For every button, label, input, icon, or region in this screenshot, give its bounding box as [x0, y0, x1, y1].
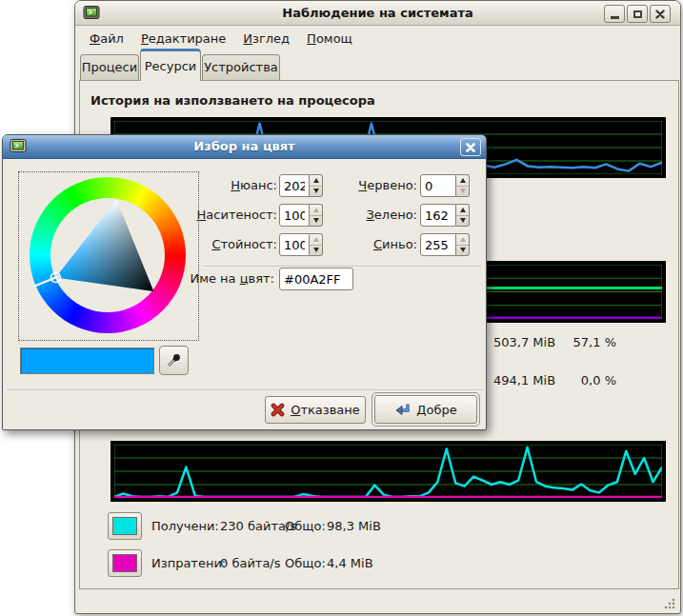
- menu-edit[interactable]: Редактиране: [133, 29, 233, 49]
- spin-down-icon[interactable]: [456, 245, 469, 256]
- spin-down-icon[interactable]: [310, 186, 322, 197]
- ok-enter-arrow-icon: [394, 402, 411, 417]
- ok-button-frame: Добре: [372, 392, 480, 427]
- dialog-close-button[interactable]: [460, 138, 481, 156]
- spin-down-icon[interactable]: [456, 186, 469, 197]
- sent-total: 4,4 MiB: [327, 556, 373, 570]
- green-input[interactable]: [420, 204, 456, 227]
- spin-down-icon[interactable]: [310, 245, 322, 256]
- ok-button[interactable]: Добре: [374, 395, 477, 424]
- sent-label: Изпратени:: [151, 556, 226, 570]
- menu-file[interactable]: Файл: [82, 29, 131, 49]
- spin-up-icon[interactable]: [456, 234, 469, 245]
- close-button[interactable]: [650, 5, 671, 23]
- spin-up-icon[interactable]: [456, 175, 469, 186]
- sent-color-swatch: [112, 554, 137, 572]
- eyedropper-button[interactable]: [159, 346, 189, 375]
- value-input[interactable]: [279, 233, 310, 256]
- spin-down-icon[interactable]: [456, 215, 469, 227]
- received-label: Получени:: [151, 519, 219, 533]
- memory-percent-value: 57,1 %: [540, 335, 616, 349]
- close-icon: [466, 143, 475, 152]
- saturation-value-triangle[interactable]: [19, 172, 198, 340]
- blue-spinner[interactable]: [456, 233, 470, 256]
- blue-label: Синьо:: [331, 233, 417, 256]
- resize-grip[interactable]: [663, 597, 675, 609]
- saturation-input[interactable]: [279, 204, 310, 227]
- sent-rate: 0 байта/s: [220, 556, 281, 570]
- tab-devices[interactable]: Устройства: [202, 54, 280, 80]
- color-preview-swatch: [20, 348, 154, 374]
- minimize-button[interactable]: [604, 5, 625, 23]
- value-spinner[interactable]: [310, 233, 323, 256]
- saturation-label: Наситеност:: [146, 204, 277, 227]
- hue-spinner[interactable]: [310, 174, 323, 197]
- hue-input[interactable]: [279, 174, 310, 197]
- cpu-section-title: История на използването на процесора: [90, 93, 375, 108]
- hue-marker[interactable]: [34, 276, 59, 287]
- eyedropper-icon: [166, 352, 182, 368]
- tab-resources[interactable]: Ресурси: [140, 49, 201, 81]
- desktop: { "colors": { "selected_color": "#00A2FF…: [0, 0, 683, 616]
- color-picker-dialog: Избор на цвят: [2, 134, 487, 430]
- blue-input[interactable]: [420, 233, 456, 256]
- maximize-icon: [633, 10, 642, 18]
- close-icon: [655, 10, 665, 19]
- sent-total-label: Общо:: [285, 556, 326, 570]
- received-total: 98,3 MiB: [327, 519, 381, 533]
- network-received-color-button[interactable]: [108, 512, 142, 540]
- network-sent-color-button[interactable]: [108, 549, 142, 577]
- network-history-chart: [110, 441, 666, 502]
- menu-view[interactable]: Изглед: [235, 29, 297, 49]
- spin-up-icon[interactable]: [310, 175, 322, 186]
- window-titlebar[interactable]: Наблюдение на системата: [75, 1, 680, 26]
- maximize-button[interactable]: [627, 5, 648, 23]
- red-label: Червено:: [331, 174, 417, 197]
- spin-up-icon[interactable]: [310, 205, 322, 215]
- actions-separator: [7, 389, 484, 390]
- value-label: Стойност:: [146, 233, 277, 256]
- color-name-input[interactable]: [279, 268, 353, 290]
- dialog-title: Избор на цвят: [3, 139, 486, 153]
- hue-label: Нюанс:: [146, 174, 277, 197]
- menu-help[interactable]: Помощ: [299, 29, 360, 49]
- tab-processes[interactable]: Процеси: [80, 54, 139, 80]
- received-color-swatch: [112, 517, 137, 535]
- window-title: Наблюдение на системата: [75, 6, 680, 20]
- minimize-icon: [611, 16, 619, 19]
- saturation-spinner[interactable]: [310, 204, 323, 227]
- red-input[interactable]: [420, 174, 456, 197]
- cancel-x-icon: [271, 403, 285, 417]
- spin-up-icon[interactable]: [310, 234, 322, 245]
- menubar: Файл Редактиране Изглед Помощ: [76, 27, 680, 50]
- cancel-button[interactable]: Отказване: [265, 396, 366, 424]
- red-spinner[interactable]: [456, 174, 470, 197]
- swap-percent-value: 0,0 %: [540, 373, 616, 387]
- spin-down-icon[interactable]: [310, 215, 322, 227]
- green-label: Зелено:: [331, 204, 417, 227]
- spin-up-icon[interactable]: [456, 205, 469, 215]
- color-name-label: Име на цвят:: [153, 268, 274, 290]
- received-total-label: Общо:: [285, 519, 326, 533]
- ok-label: Добре: [416, 403, 456, 417]
- cancel-label: Отказване: [291, 403, 360, 417]
- green-spinner[interactable]: [456, 204, 470, 227]
- dialog-titlebar[interactable]: Избор на цвят: [3, 135, 486, 159]
- fields-separator: [203, 266, 481, 267]
